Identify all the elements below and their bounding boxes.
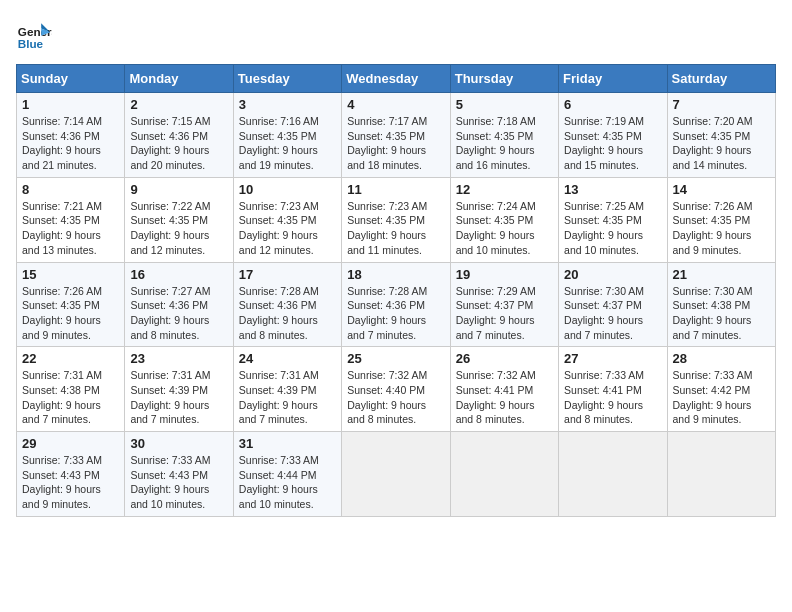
day-info: Sunrise: 7:27 AMSunset: 4:36 PMDaylight:…: [130, 284, 227, 343]
daylight-text: Daylight: 9 hours and 12 minutes.: [130, 229, 209, 256]
day-number: 2: [130, 97, 227, 112]
daylight-text: Daylight: 9 hours and 20 minutes.: [130, 144, 209, 171]
day-number: 8: [22, 182, 119, 197]
sunset-text: Sunset: 4:35 PM: [239, 214, 317, 226]
calendar-cell: 29Sunrise: 7:33 AMSunset: 4:43 PMDayligh…: [17, 432, 125, 517]
sunset-text: Sunset: 4:35 PM: [130, 214, 208, 226]
daylight-text: Daylight: 9 hours and 16 minutes.: [456, 144, 535, 171]
day-number: 26: [456, 351, 553, 366]
day-info: Sunrise: 7:33 AMSunset: 4:42 PMDaylight:…: [673, 368, 770, 427]
calendar-cell: 10Sunrise: 7:23 AMSunset: 4:35 PMDayligh…: [233, 177, 341, 262]
day-info: Sunrise: 7:33 AMSunset: 4:41 PMDaylight:…: [564, 368, 661, 427]
day-info: Sunrise: 7:16 AMSunset: 4:35 PMDaylight:…: [239, 114, 336, 173]
calendar-cell: 16Sunrise: 7:27 AMSunset: 4:36 PMDayligh…: [125, 262, 233, 347]
day-header-sunday: Sunday: [17, 65, 125, 93]
daylight-text: Daylight: 9 hours and 7 minutes.: [239, 399, 318, 426]
calendar-cell: 5Sunrise: 7:18 AMSunset: 4:35 PMDaylight…: [450, 93, 558, 178]
sunset-text: Sunset: 4:35 PM: [22, 214, 100, 226]
days-header-row: SundayMondayTuesdayWednesdayThursdayFrid…: [17, 65, 776, 93]
calendar-cell: 20Sunrise: 7:30 AMSunset: 4:37 PMDayligh…: [559, 262, 667, 347]
day-number: 14: [673, 182, 770, 197]
day-header-wednesday: Wednesday: [342, 65, 450, 93]
daylight-text: Daylight: 9 hours and 21 minutes.: [22, 144, 101, 171]
calendar-table: SundayMondayTuesdayWednesdayThursdayFrid…: [16, 64, 776, 517]
sunset-text: Sunset: 4:36 PM: [130, 130, 208, 142]
day-info: Sunrise: 7:29 AMSunset: 4:37 PMDaylight:…: [456, 284, 553, 343]
sunrise-text: Sunrise: 7:24 AM: [456, 200, 536, 212]
day-info: Sunrise: 7:28 AMSunset: 4:36 PMDaylight:…: [347, 284, 444, 343]
daylight-text: Daylight: 9 hours and 9 minutes.: [22, 483, 101, 510]
day-number: 18: [347, 267, 444, 282]
calendar-cell: [559, 432, 667, 517]
sunset-text: Sunset: 4:36 PM: [22, 130, 100, 142]
day-info: Sunrise: 7:30 AMSunset: 4:38 PMDaylight:…: [673, 284, 770, 343]
day-number: 4: [347, 97, 444, 112]
day-number: 29: [22, 436, 119, 451]
daylight-text: Daylight: 9 hours and 7 minutes.: [130, 399, 209, 426]
day-info: Sunrise: 7:31 AMSunset: 4:38 PMDaylight:…: [22, 368, 119, 427]
sunset-text: Sunset: 4:35 PM: [673, 130, 751, 142]
day-number: 23: [130, 351, 227, 366]
calendar-cell: 8Sunrise: 7:21 AMSunset: 4:35 PMDaylight…: [17, 177, 125, 262]
day-info: Sunrise: 7:19 AMSunset: 4:35 PMDaylight:…: [564, 114, 661, 173]
sunset-text: Sunset: 4:35 PM: [564, 214, 642, 226]
sunrise-text: Sunrise: 7:31 AM: [130, 369, 210, 381]
day-number: 20: [564, 267, 661, 282]
sunset-text: Sunset: 4:36 PM: [347, 299, 425, 311]
calendar-cell: 28Sunrise: 7:33 AMSunset: 4:42 PMDayligh…: [667, 347, 775, 432]
calendar-cell: [450, 432, 558, 517]
calendar-cell: 15Sunrise: 7:26 AMSunset: 4:35 PMDayligh…: [17, 262, 125, 347]
day-number: 17: [239, 267, 336, 282]
day-info: Sunrise: 7:18 AMSunset: 4:35 PMDaylight:…: [456, 114, 553, 173]
calendar-cell: 12Sunrise: 7:24 AMSunset: 4:35 PMDayligh…: [450, 177, 558, 262]
sunset-text: Sunset: 4:37 PM: [456, 299, 534, 311]
daylight-text: Daylight: 9 hours and 8 minutes.: [239, 314, 318, 341]
sunrise-text: Sunrise: 7:32 AM: [347, 369, 427, 381]
day-info: Sunrise: 7:32 AMSunset: 4:41 PMDaylight:…: [456, 368, 553, 427]
week-row-2: 8Sunrise: 7:21 AMSunset: 4:35 PMDaylight…: [17, 177, 776, 262]
calendar-cell: 14Sunrise: 7:26 AMSunset: 4:35 PMDayligh…: [667, 177, 775, 262]
sunrise-text: Sunrise: 7:23 AM: [239, 200, 319, 212]
day-info: Sunrise: 7:22 AMSunset: 4:35 PMDaylight:…: [130, 199, 227, 258]
day-number: 24: [239, 351, 336, 366]
sunset-text: Sunset: 4:36 PM: [239, 299, 317, 311]
calendar-cell: 25Sunrise: 7:32 AMSunset: 4:40 PMDayligh…: [342, 347, 450, 432]
calendar-cell: 3Sunrise: 7:16 AMSunset: 4:35 PMDaylight…: [233, 93, 341, 178]
calendar-cell: 17Sunrise: 7:28 AMSunset: 4:36 PMDayligh…: [233, 262, 341, 347]
daylight-text: Daylight: 9 hours and 10 minutes.: [456, 229, 535, 256]
daylight-text: Daylight: 9 hours and 9 minutes.: [673, 229, 752, 256]
daylight-text: Daylight: 9 hours and 18 minutes.: [347, 144, 426, 171]
daylight-text: Daylight: 9 hours and 8 minutes.: [564, 399, 643, 426]
daylight-text: Daylight: 9 hours and 19 minutes.: [239, 144, 318, 171]
sunset-text: Sunset: 4:41 PM: [564, 384, 642, 396]
day-number: 22: [22, 351, 119, 366]
sunrise-text: Sunrise: 7:25 AM: [564, 200, 644, 212]
daylight-text: Daylight: 9 hours and 8 minutes.: [130, 314, 209, 341]
day-number: 27: [564, 351, 661, 366]
day-header-saturday: Saturday: [667, 65, 775, 93]
sunrise-text: Sunrise: 7:33 AM: [130, 454, 210, 466]
sunrise-text: Sunrise: 7:18 AM: [456, 115, 536, 127]
daylight-text: Daylight: 9 hours and 7 minutes.: [347, 314, 426, 341]
day-info: Sunrise: 7:23 AMSunset: 4:35 PMDaylight:…: [239, 199, 336, 258]
week-row-1: 1Sunrise: 7:14 AMSunset: 4:36 PMDaylight…: [17, 93, 776, 178]
sunset-text: Sunset: 4:35 PM: [456, 214, 534, 226]
day-number: 13: [564, 182, 661, 197]
day-info: Sunrise: 7:33 AMSunset: 4:44 PMDaylight:…: [239, 453, 336, 512]
sunrise-text: Sunrise: 7:33 AM: [239, 454, 319, 466]
day-number: 1: [22, 97, 119, 112]
day-info: Sunrise: 7:32 AMSunset: 4:40 PMDaylight:…: [347, 368, 444, 427]
calendar-cell: 26Sunrise: 7:32 AMSunset: 4:41 PMDayligh…: [450, 347, 558, 432]
day-info: Sunrise: 7:14 AMSunset: 4:36 PMDaylight:…: [22, 114, 119, 173]
sunset-text: Sunset: 4:37 PM: [564, 299, 642, 311]
logo: General Blue: [16, 16, 58, 52]
day-info: Sunrise: 7:30 AMSunset: 4:37 PMDaylight:…: [564, 284, 661, 343]
day-number: 25: [347, 351, 444, 366]
sunrise-text: Sunrise: 7:29 AM: [456, 285, 536, 297]
sunrise-text: Sunrise: 7:32 AM: [456, 369, 536, 381]
daylight-text: Daylight: 9 hours and 10 minutes.: [239, 483, 318, 510]
day-number: 15: [22, 267, 119, 282]
sunrise-text: Sunrise: 7:33 AM: [564, 369, 644, 381]
calendar-cell: [667, 432, 775, 517]
day-number: 21: [673, 267, 770, 282]
